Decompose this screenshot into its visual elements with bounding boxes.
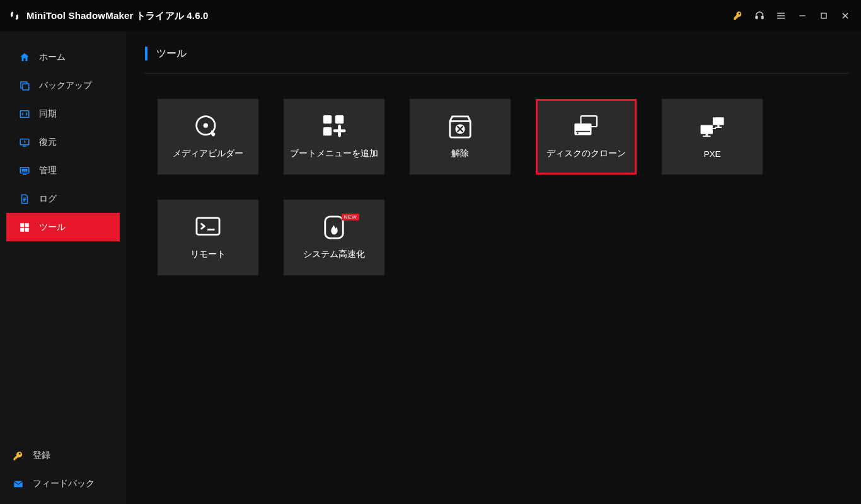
main-panel: ツール メディアビルダー ブートメニューを追加 解除 <box>126 32 861 504</box>
tile-label: システム高速化 <box>303 249 365 260</box>
minimize-button[interactable] <box>792 5 813 26</box>
svg-rect-22 <box>323 127 332 135</box>
svg-point-19 <box>204 123 208 128</box>
key-icon <box>13 450 24 461</box>
tile-label: PXE <box>703 149 720 159</box>
sidebar-item-label: 登録 <box>33 450 50 461</box>
svg-rect-26 <box>576 131 590 132</box>
svg-rect-16 <box>25 227 29 231</box>
accent-bar <box>145 47 147 60</box>
svg-rect-0 <box>756 16 758 19</box>
media-builder-icon <box>194 114 222 139</box>
pxe-icon <box>698 115 726 140</box>
tile-unmount[interactable]: 解除 <box>410 99 511 175</box>
sidebar-item-label: ホーム <box>39 52 66 63</box>
close-button[interactable] <box>835 5 856 26</box>
sidebar-item-label: 復元 <box>39 137 57 148</box>
tile-pxe[interactable]: PXE <box>662 99 763 175</box>
tile-label: ブートメニューを追加 <box>290 148 378 159</box>
svg-rect-5 <box>799 15 805 16</box>
license-key-button[interactable] <box>727 5 749 26</box>
sidebar-item-tools[interactable]: ツール <box>6 213 120 241</box>
new-badge: NEW <box>342 214 359 220</box>
sidebar-item-sync[interactable]: 同期 <box>6 100 120 128</box>
sidebar-item-backup[interactable]: バックアップ <box>6 71 120 100</box>
tile-add-boot-menu[interactable]: ブートメニューを追加 <box>284 99 384 175</box>
tools-grid: メディアビルダー ブートメニューを追加 解除 ディスクのクローン <box>145 99 848 275</box>
svg-rect-8 <box>23 84 29 90</box>
add-boot-menu-icon <box>320 114 348 139</box>
svg-rect-1 <box>761 16 763 19</box>
tile-remote[interactable]: リモート <box>158 200 258 275</box>
tile-label: リモート <box>190 249 226 260</box>
sidebar-item-label: ログ <box>39 193 57 205</box>
tile-label: 解除 <box>451 148 469 159</box>
svg-rect-6 <box>821 13 826 18</box>
tile-label: メディアビルダー <box>173 148 243 159</box>
menu-button[interactable] <box>770 5 792 26</box>
svg-rect-34 <box>197 218 219 235</box>
tile-system-speedup[interactable]: NEW システム高速化 <box>284 200 384 275</box>
sidebar-item-feedback[interactable]: フィードバック <box>0 469 126 498</box>
page-title: ツール <box>156 47 187 60</box>
sidebar-item-label: バックアップ <box>39 80 92 91</box>
manage-icon <box>19 165 30 176</box>
svg-rect-35 <box>207 229 214 231</box>
maximize-button[interactable] <box>813 5 835 26</box>
titlebar: MiniTool ShadowMaker トライアル 4.6.0 <box>0 0 861 32</box>
disk-clone-icon <box>572 114 600 139</box>
svg-rect-4 <box>777 18 785 18</box>
sidebar-item-restore[interactable]: 復元 <box>6 128 120 156</box>
svg-rect-14 <box>25 223 29 227</box>
svg-rect-29 <box>717 125 720 127</box>
svg-rect-3 <box>777 15 785 16</box>
svg-point-27 <box>577 132 579 134</box>
svg-rect-12 <box>22 169 27 171</box>
sidebar-item-register[interactable]: 登録 <box>0 441 126 469</box>
svg-rect-21 <box>335 115 344 123</box>
mail-icon <box>13 478 24 490</box>
sidebar-item-log[interactable]: ログ <box>6 185 120 213</box>
sidebar-item-manage[interactable]: 管理 <box>6 156 120 185</box>
sidebar-item-label: ツール <box>39 222 66 233</box>
tile-label: ディスクのクローン <box>546 148 626 159</box>
svg-rect-13 <box>20 223 24 227</box>
sidebar-item-label: フィードバック <box>33 478 95 490</box>
remote-icon <box>194 215 222 240</box>
tile-media-builder[interactable]: メディアビルダー <box>158 99 258 175</box>
svg-rect-20 <box>323 115 332 123</box>
app-title: MiniTool ShadowMaker トライアル 4.6.0 <box>26 10 209 22</box>
svg-rect-2 <box>777 13 785 13</box>
tools-icon <box>19 222 30 233</box>
tile-disk-clone[interactable]: ディスクのクローン <box>536 99 637 175</box>
app-logo-icon <box>9 10 20 21</box>
sync-icon <box>19 108 30 120</box>
sidebar-item-label: 管理 <box>39 165 57 176</box>
sidebar-item-label: 同期 <box>39 108 57 120</box>
support-button[interactable] <box>749 5 770 26</box>
svg-rect-28 <box>713 117 724 125</box>
restore-icon <box>19 137 30 148</box>
unmount-icon <box>446 114 474 139</box>
log-icon <box>19 193 30 205</box>
backup-icon <box>19 80 30 91</box>
svg-rect-33 <box>703 135 710 137</box>
sidebar-item-home[interactable]: ホーム <box>6 43 120 71</box>
sidebar: ホーム バックアップ 同期 復元 管理 ログ <box>0 32 126 504</box>
svg-rect-15 <box>20 227 24 231</box>
svg-rect-32 <box>705 134 708 135</box>
svg-rect-9 <box>20 110 29 117</box>
svg-rect-31 <box>701 125 713 134</box>
svg-rect-30 <box>715 127 722 128</box>
home-icon <box>19 52 30 63</box>
